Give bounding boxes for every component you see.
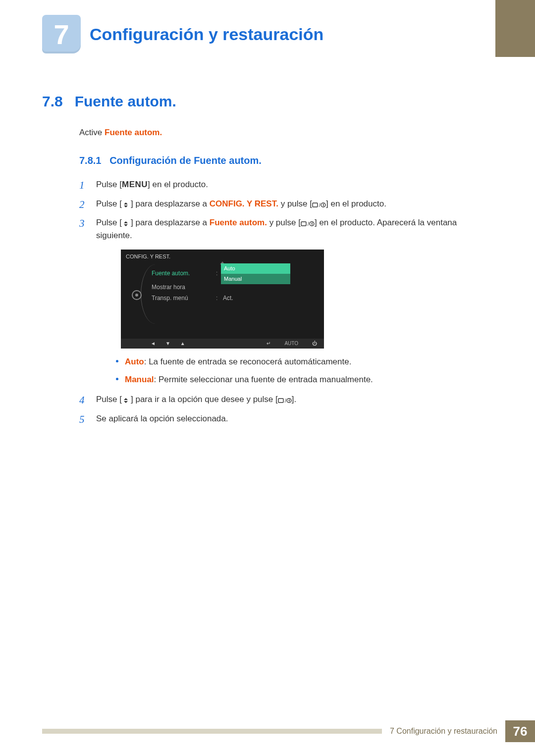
svg-rect-2 <box>313 203 318 207</box>
step4-c: ]. <box>292 395 296 404</box>
bullet-manual-keyword: Manual <box>125 375 154 384</box>
step2-d: ] en el producto. <box>326 199 386 208</box>
section-title: Fuente autom. <box>75 93 176 110</box>
svg-marker-6 <box>124 224 128 226</box>
left-icon: ◄ <box>151 340 156 348</box>
up-down-icon <box>122 218 131 227</box>
page-number: 76 <box>505 720 535 742</box>
osd-row-label: Mostrar hora <box>152 283 216 292</box>
step2-keyword: CONFIG. Y REST. <box>210 199 278 208</box>
intro-prefix: Active <box>79 128 105 137</box>
subsection-heading: 7.8.1 Configuración de Fuente autom. <box>79 153 490 168</box>
step4-b: ] para ir a la opción que desee y pulse … <box>131 395 278 404</box>
power-icon: ⏻ <box>312 340 317 348</box>
svg-marker-0 <box>124 202 128 204</box>
svg-text:/: / <box>308 221 309 227</box>
steps-list: Pulse [MENU] en el producto. Pulse [] pa… <box>79 178 490 425</box>
option-bullets: Auto: La fuente de entrada se reconocerá… <box>116 355 490 387</box>
step2-a: Pulse [ <box>96 199 122 208</box>
step4-a: Pulse [ <box>96 395 122 404</box>
osd-bottom-bar: ◄ ▼ ▲ ↵ AUTO ⏻ <box>121 339 324 349</box>
subsection-number: 7.8.1 <box>79 155 101 166</box>
step3-b: ] para desplazarse a <box>131 218 210 227</box>
step1-b: ] en el producto. <box>148 180 208 189</box>
footer-rule <box>42 729 382 734</box>
bullet-auto: Auto: La fuente de entrada se reconocerá… <box>116 355 490 368</box>
bullet-auto-text: : La fuente de entrada se reconocerá aut… <box>144 357 352 366</box>
step1-a: Pulse [ <box>96 180 122 189</box>
bullet-manual-text: : Permite seleccionar una fuente de entr… <box>154 375 373 384</box>
intro-line: Active Fuente autom. <box>79 126 490 139</box>
svg-marker-5 <box>124 221 128 223</box>
source-enter-icon: / <box>312 199 326 208</box>
footer-chapter-label: 7 Configuración y restauración <box>382 722 505 741</box>
osd-nav-left-icons: ◄ ▼ ▲ <box>151 340 185 348</box>
source-enter-icon: / <box>301 218 315 227</box>
osd-option-manual: Manual <box>221 274 290 284</box>
step3-c: y pulse [ <box>267 218 301 227</box>
osd-row-label: Transp. menú <box>152 294 216 303</box>
osd-value-stack: Auto Manual <box>221 263 290 284</box>
up-icon: ▲ <box>180 340 185 348</box>
subsection-title: Configuración de Fuente autom. <box>109 155 262 166</box>
osd-row-transp-menu: Transp. menú : Act. <box>152 293 318 304</box>
osd-auto-label: AUTO <box>284 340 298 348</box>
svg-marker-1 <box>124 205 128 207</box>
step2-c: y pulse [ <box>278 199 312 208</box>
step3-a: Pulse [ <box>96 218 122 227</box>
section-heading: 7.8 Fuente autom. <box>42 93 176 110</box>
svg-marker-10 <box>124 398 128 400</box>
step-4: Pulse [] para ir a la opción que desee y… <box>79 393 490 406</box>
osd-row-fuente-autom: Fuente autom. : Auto Manual <box>152 268 318 279</box>
step2-b: ] para desplazarse a <box>131 199 210 208</box>
bullet-manual: Manual: Permite seleccionar una fuente d… <box>116 373 490 386</box>
gear-icon <box>132 290 142 300</box>
osd-colon: : <box>216 294 221 303</box>
up-down-icon <box>122 199 131 208</box>
header-side-strip <box>495 0 535 57</box>
step3-keyword: Fuente autom. <box>210 218 267 227</box>
osd-rows: Fuente autom. : Auto Manual Mostrar hora <box>152 268 318 304</box>
page-footer: 7 Configuración y restauración 76 <box>42 720 535 742</box>
svg-rect-7 <box>301 222 306 226</box>
up-down-icon <box>122 395 131 404</box>
body-content: Active Fuente autom. 7.8.1 Configuración… <box>79 126 490 431</box>
intro-keyword: Fuente autom. <box>105 128 162 137</box>
down-icon: ▼ <box>165 340 170 348</box>
chapter-header: 7 Configuración y restauración <box>42 15 323 53</box>
step-3: Pulse [] para desplazarse a Fuente autom… <box>79 216 490 386</box>
svg-rect-12 <box>278 399 283 403</box>
enter-icon: ↵ <box>267 340 270 348</box>
svg-text:/: / <box>285 398 286 403</box>
step-1: Pulse [MENU] en el producto. <box>79 178 490 191</box>
osd-row-value: Act. <box>221 294 318 303</box>
osd-option-auto: Auto <box>221 263 290 274</box>
source-enter-icon: / <box>278 395 292 404</box>
step5-text: Se aplicará la opción seleccionada. <box>96 414 228 423</box>
osd-screenshot: CONFIG. Y REST. Fuente autom. : Auto Man… <box>121 250 324 349</box>
svg-marker-11 <box>124 401 128 403</box>
svg-text:/: / <box>319 202 321 208</box>
chapter-number-badge: 7 <box>42 15 81 53</box>
osd-title: CONFIG. Y REST. <box>126 252 170 261</box>
osd-colon: : <box>216 269 221 278</box>
step-5: Se aplicará la opción seleccionada. <box>79 412 490 425</box>
menu-button-label: MENU <box>122 180 148 189</box>
chapter-title: Configuración y restauración <box>90 25 323 44</box>
section-number: 7.8 <box>42 93 63 110</box>
bullet-auto-keyword: Auto <box>125 357 144 366</box>
step-2: Pulse [] para desplazarse a CONFIG. Y RE… <box>79 198 490 210</box>
osd-row-label: Fuente autom. <box>152 269 216 278</box>
